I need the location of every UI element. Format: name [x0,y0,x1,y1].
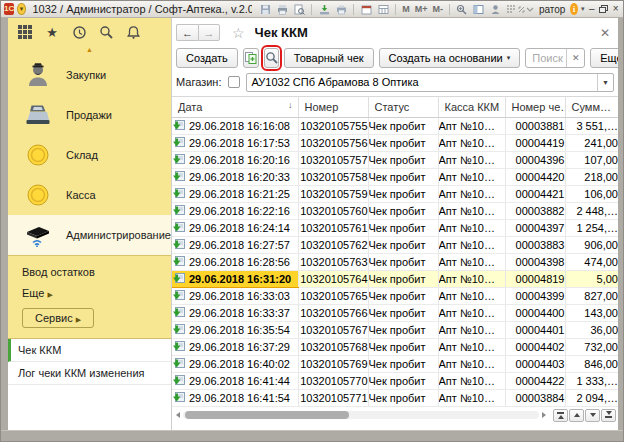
drag-expand-chevron-icons [506,2,534,16]
table-row[interactable]: 29.06.2018 16:24:1410320105761Чек пробит… [172,220,618,237]
table-row[interactable]: 29.06.2018 16:21:2510320105759Чек пробит… [172,186,618,203]
sidebar-item-kassa[interactable]: Касса [8,175,171,215]
column-header-sum[interactable]: Сумм… [565,97,618,118]
coin-icon [22,143,54,167]
memory-m-minus-button[interactable]: M- [431,4,444,14]
triangle-down-icon [606,411,612,415]
store-checkbox[interactable] [228,76,240,88]
bar-icon [605,416,612,418]
minimize-button[interactable]: – [587,3,596,16]
column-header-date[interactable]: Дата↓ [172,97,298,118]
import-icon[interactable] [317,2,331,16]
forward-button[interactable]: → [198,24,220,41]
info-icon[interactable] [570,3,578,15]
sidebar-item-zakupki[interactable]: Закупки [8,55,171,95]
sidebar-list-item-chek-kkm[interactable]: Чек ККМ [8,339,171,362]
table-row[interactable]: 29.06.2018 16:20:3310320105758Чек пробит… [172,169,618,186]
sidebar-list-item-log-cheki[interactable]: Лог чеки ККМ изменения [8,362,171,385]
zoom-icon[interactable] [455,2,469,16]
print-icon[interactable] [275,2,289,16]
export-icon[interactable] [334,2,348,16]
table-row[interactable]: 29.06.2018 16:41:4410320105770Чек пробит… [172,373,618,390]
menu-grid-icon[interactable] [16,23,34,41]
table-row[interactable]: 29.06.2018 16:22:1610320105760Чек пробит… [172,203,618,220]
print-preview-icon[interactable] [292,2,306,16]
horizontal-scrollbar [172,407,618,422]
main-menu-button[interactable]: ▼ [17,3,25,15]
column-header-check-no[interactable]: Номер че… [505,97,565,118]
go-first-row-button[interactable] [553,409,568,422]
restore-button[interactable] [599,3,608,16]
create-copy-button[interactable] [243,48,259,68]
user-icon[interactable] [489,2,503,16]
create-button[interactable]: Создать [176,48,238,68]
window-frame-left [1,18,8,430]
info-dropdown-caret-icon[interactable]: ▾ [581,5,585,13]
service-button[interactable]: Сервис▶ [22,308,94,328]
sidebar-nav-list: Чек ККМ Лог чеки ККМ изменения [8,338,171,430]
store-combobox[interactable]: АУ1032 СПб Абрамова 8 Оптика ▼ [246,73,615,92]
sidebar-item-prodazhi[interactable]: Продажи [8,95,171,135]
document-posted-icon [172,307,185,320]
close-window-button[interactable]: × [611,3,620,16]
scrollbar-track[interactable] [183,411,539,419]
sidebar-item-label: Продажи [66,109,112,121]
table-row[interactable]: 29.06.2018 16:33:3710320105766Чек пробит… [172,305,618,322]
table-row[interactable]: 29.06.2018 16:37:2910320105768Чек пробит… [172,339,618,356]
sidebar-more-link[interactable]: Еще▶ [22,287,53,299]
document-posted-icon [172,205,185,218]
calculator-icon[interactable] [376,2,390,16]
row-down-button[interactable] [585,409,600,422]
search-placeholder: Поиск (Ctrl+F) [526,52,566,64]
table-row[interactable]: 29.06.2018 16:28:5610320105763Чек пробит… [172,254,618,271]
table-row[interactable]: 29.06.2018 16:40:0210320105769Чек пробит… [172,356,618,373]
memory-m-plus-button[interactable]: M+ [414,4,429,14]
table-row[interactable]: 29.06.2018 16:16:0810320105755Чек пробит… [172,118,618,135]
create-based-on-button[interactable]: Создать на основании [379,48,521,68]
table-row[interactable]: 29.06.2018 16:35:5410320105767Чек пробит… [172,322,618,339]
titlebar-separator [449,4,450,15]
triangle-down-icon [590,413,596,417]
close-form-icon[interactable]: ✕ [598,26,612,40]
back-button[interactable]: ← [176,24,198,41]
column-header-number[interactable]: Номер [298,97,368,118]
clear-search-icon[interactable]: ✕ [566,49,584,67]
document-posted-icon [172,239,185,252]
calendar-icon[interactable] [359,2,373,16]
table-row[interactable]: 29.06.2018 16:33:0310320105765Чек пробит… [172,288,618,305]
favorites-star-icon[interactable]: ★ [43,23,61,41]
search-input[interactable]: Поиск (Ctrl+F) ✕ [525,48,585,68]
sidebar-item-sklad[interactable]: Склад [8,135,171,175]
save-icon[interactable] [258,2,272,16]
sidebar-collapse-arrow-icon[interactable]: ▲ [8,44,171,55]
scroll-right-icon[interactable] [542,412,546,418]
triangle-up-icon [574,413,580,417]
find-button[interactable] [264,48,279,68]
cash-register-icon [22,102,54,128]
scroll-left-icon[interactable] [176,412,180,418]
scrollbar-thumb[interactable] [185,411,349,419]
favorite-star-icon[interactable]: ☆ [232,25,245,41]
table-row[interactable]: 29.06.2018 16:41:5410320105771Чек пробит… [172,390,618,407]
store-filter-row: Магазин: АУ1032 СПб Абрамова 8 Оптика ▼ [172,70,618,94]
row-up-button[interactable] [569,409,584,422]
1c-logo-icon: 1С [4,3,14,15]
memory-m-button[interactable]: M [401,4,411,14]
search-icon[interactable] [97,23,115,41]
enter-balances-link[interactable]: Ввод остатков [22,266,95,278]
history-icon[interactable] [70,23,88,41]
column-header-kassa[interactable]: Касса ККМ [438,97,505,118]
title-bar: 1С ▼ 1032 / Администратор / Софт-Аптека.… [1,1,623,18]
combo-dropdown-icon[interactable]: ▼ [597,74,613,91]
table-row[interactable]: 29.06.2018 16:17:5310320105756Чек пробит… [172,135,618,152]
table-row[interactable]: 29.06.2018 16:31:2010320105764Чек пробит… [172,271,618,288]
go-last-row-button[interactable] [601,409,616,422]
table-row[interactable]: 29.06.2018 16:20:1610320105757Чек пробит… [172,152,618,169]
document-posted-icon [172,375,185,388]
table-row[interactable]: 29.06.2018 16:27:5710320105762Чек пробит… [172,237,618,254]
panels-icon[interactable] [472,2,486,16]
notifications-bell-icon[interactable] [124,23,142,41]
column-header-status[interactable]: Статус [368,97,438,118]
goods-receipt-button[interactable]: Товарный чек [284,48,374,68]
sidebar-item-administrirovanie[interactable]: Администрирование [8,215,171,255]
